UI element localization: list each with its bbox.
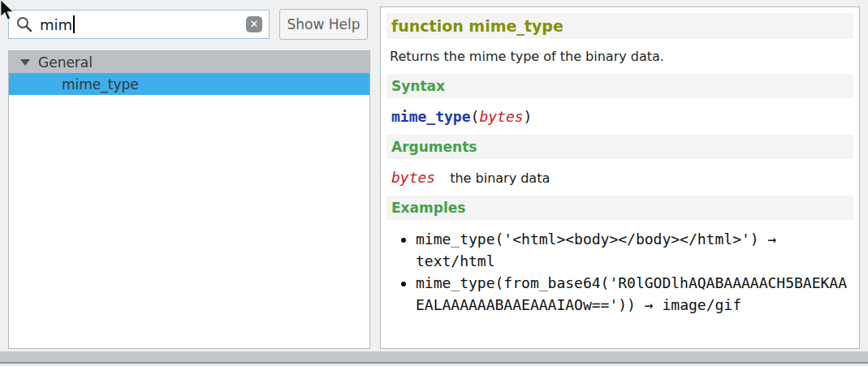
example-code: mime_type(from_base64('R0lGODlhAQABAAAAA… (416, 274, 847, 313)
tree-group-label: General (38, 54, 93, 71)
paren-open: ( (471, 108, 480, 125)
search-value: mim (40, 16, 72, 33)
example-result: text/html (416, 252, 495, 269)
argument-description: the binary data (450, 170, 550, 186)
argument-row: bytesthe binary data (391, 169, 853, 186)
help-description: Returns the mime type of the binary data… (390, 49, 853, 64)
section-heading-examples: Examples (386, 196, 853, 220)
help-title-bar: function mime_type (386, 13, 853, 39)
example-result: image/gif (662, 296, 741, 313)
section-heading-syntax: Syntax (386, 74, 853, 98)
argument-name: bytes (391, 169, 435, 186)
syntax-code: mime_type(bytes) (391, 108, 853, 125)
example-item: mime_type(from_base64('R0lGODlhAQABAAAAA… (416, 272, 853, 316)
tree-group-general[interactable]: General (9, 51, 369, 73)
bottom-band (0, 351, 868, 362)
tree-item-label: mime_type (62, 76, 139, 93)
text-caret (73, 15, 75, 33)
expander-down-icon[interactable] (20, 59, 30, 66)
argument-name: bytes (479, 108, 523, 125)
section-heading-arguments: Arguments (386, 135, 853, 159)
show-help-button[interactable]: Show Help (279, 9, 368, 40)
example-item: mime_type('<html><body></body></html>') … (416, 228, 853, 272)
search-icon (15, 15, 33, 33)
search-input[interactable]: mim ✕ (8, 10, 270, 39)
function-name: mime_type (391, 108, 471, 125)
tree-item-mime-type[interactable]: mime_type (9, 73, 369, 95)
function-tree: General mime_type (8, 50, 370, 349)
example-arrow: → (645, 296, 654, 313)
mouse-cursor-icon (0, 0, 15, 21)
paren-close: ) (524, 108, 533, 125)
example-arrow: → (767, 230, 776, 248)
clear-search-icon[interactable]: ✕ (246, 16, 262, 32)
examples-list: mime_type('<html><body></body></html>') … (386, 228, 853, 316)
help-title: function mime_type (391, 17, 564, 35)
example-code: mime_type('<html><body></body></html>') (416, 230, 759, 248)
help-panel: function mime_type Returns the mime type… (380, 6, 860, 349)
